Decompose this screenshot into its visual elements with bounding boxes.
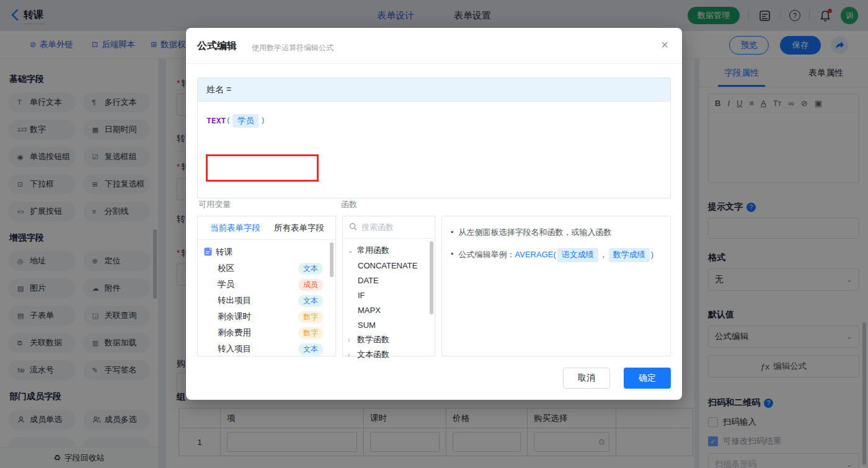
search-icon bbox=[349, 222, 357, 233]
variable-row[interactable]: 转入项目文本 bbox=[204, 341, 330, 357]
function-search[interactable] bbox=[343, 216, 435, 239]
example-function: AVERAGE( bbox=[515, 250, 556, 259]
example-chip: 语文成绩 bbox=[557, 248, 598, 262]
function-item[interactable]: SUM bbox=[348, 317, 435, 332]
modal-subtitle: 使用数学运算符编辑公式 bbox=[252, 43, 334, 53]
function-group-common[interactable]: ⌄常用函数 bbox=[348, 243, 435, 258]
type-tag: 数字 bbox=[298, 311, 323, 323]
chevron-right-icon: › bbox=[348, 351, 354, 358]
type-tag: 文本 bbox=[298, 295, 323, 307]
function-item[interactable]: CONCATENATE bbox=[348, 258, 435, 273]
variables-label: 可用变量 bbox=[198, 199, 231, 210]
type-tag: 数字 bbox=[298, 327, 323, 339]
type-tag: 成员 bbox=[298, 279, 323, 291]
close-icon[interactable]: × bbox=[661, 38, 668, 51]
tab-current-form-fields[interactable]: 当前表单字段 bbox=[210, 223, 260, 234]
variable-row[interactable]: 校区文本 bbox=[204, 260, 330, 276]
formula-target-strip: 姓名 = bbox=[198, 78, 670, 102]
functions-scrollbar[interactable] bbox=[430, 241, 433, 314]
cancel-button[interactable]: 取消 bbox=[563, 368, 610, 389]
tip-example-line: • 公式编辑举例：AVERAGE(语文成绩，数学成绩) bbox=[451, 248, 662, 262]
variables-scrollbar[interactable] bbox=[330, 242, 334, 277]
annotation-highlight-box bbox=[206, 154, 319, 182]
form-root-node[interactable]: 转课 bbox=[204, 244, 330, 260]
function-item[interactable]: IF bbox=[348, 288, 435, 302]
formula-function-token: TEXT bbox=[206, 116, 226, 125]
function-search-input[interactable] bbox=[361, 223, 423, 232]
confirm-button[interactable]: 确定 bbox=[624, 368, 671, 389]
tip-line: • 从左侧面板选择字段名和函数，或输入函数 bbox=[451, 226, 662, 239]
tips-panel: • 从左侧面板选择字段名和函数，或输入函数 • 公式编辑举例：AVERAGE(语… bbox=[441, 216, 671, 356]
functions-panel: ⌄常用函数 CONCATENATE DATE IF MAPX SUM ›数学函数… bbox=[342, 216, 435, 356]
functions-label: 函数 bbox=[341, 199, 357, 210]
field-chip: 学员 bbox=[232, 114, 259, 128]
variables-panel: 当前表单字段 所有表单字段 转课 校区文本 学员成员 转出项目文本 剩余课时数字… bbox=[197, 216, 336, 356]
function-item[interactable]: DATE bbox=[348, 273, 435, 288]
type-tag: 文本 bbox=[298, 343, 323, 355]
tab-all-form-fields[interactable]: 所有表单字段 bbox=[274, 223, 324, 234]
example-chip: 数学成绩 bbox=[609, 248, 650, 262]
chevron-down-icon: ⌄ bbox=[348, 247, 354, 254]
formula-edit-modal: 公式编辑 使用数学运算符编辑公式 × 姓名 = TEXT(学员) 可用变量 函数… bbox=[186, 28, 682, 400]
variable-row[interactable]: 转出项目文本 bbox=[204, 293, 330, 309]
variable-row[interactable]: 剩余费用数字 bbox=[204, 325, 330, 341]
modal-title: 公式编辑 bbox=[197, 40, 237, 53]
function-group-math[interactable]: ›数学函数 bbox=[348, 332, 435, 347]
variable-row[interactable]: 学员成员 bbox=[204, 276, 330, 293]
variable-row[interactable]: 剩余课时数字 bbox=[204, 309, 330, 325]
formula-editor[interactable]: 姓名 = TEXT(学员) bbox=[197, 77, 671, 198]
function-group-text[interactable]: ›文本函数 bbox=[348, 347, 435, 362]
chevron-right-icon: › bbox=[348, 337, 354, 343]
type-tag: 文本 bbox=[298, 263, 323, 275]
function-item[interactable]: MAPX bbox=[348, 302, 435, 317]
document-icon bbox=[204, 247, 212, 258]
